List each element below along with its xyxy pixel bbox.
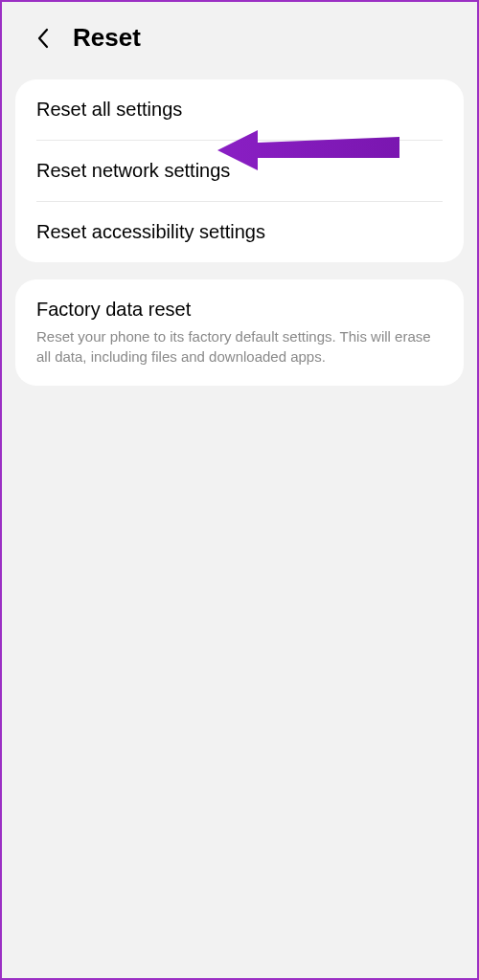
list-item-subtitle: Reset your phone to its factory default … [36, 326, 443, 367]
list-item-label: Factory data reset [36, 299, 443, 321]
reset-accessibility-settings[interactable]: Reset accessibility settings [15, 202, 464, 262]
reset-all-settings[interactable]: Reset all settings [15, 79, 464, 140]
back-button[interactable] [33, 27, 56, 50]
page-title: Reset [73, 23, 141, 53]
reset-network-settings[interactable]: Reset network settings [15, 141, 464, 201]
chevron-left-icon [36, 27, 52, 50]
settings-group-1: Reset all settings Reset network setting… [15, 79, 464, 262]
list-item-label: Reset all settings [36, 99, 443, 121]
header: Reset [2, 2, 477, 74]
settings-group-2: Factory data reset Reset your phone to i… [15, 279, 464, 386]
list-item-label: Reset network settings [36, 160, 443, 182]
factory-data-reset[interactable]: Factory data reset Reset your phone to i… [15, 279, 464, 386]
list-item-label: Reset accessibility settings [36, 221, 443, 243]
